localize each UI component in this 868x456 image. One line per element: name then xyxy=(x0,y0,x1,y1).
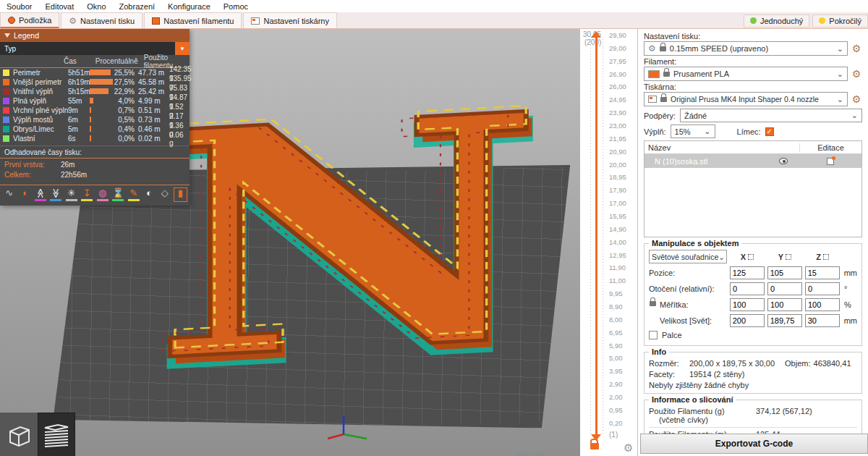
layer-slider-track[interactable] xyxy=(595,38,597,434)
infill-combo[interactable]: 15% xyxy=(671,124,715,138)
infill-label: Výplň: xyxy=(644,127,666,136)
sliced-model-letter-n[interactable]: N N N N N xyxy=(123,64,571,426)
tool-changes-icon[interactable]: ↧ xyxy=(81,188,94,201)
layer-tick-label: 18,95 xyxy=(609,174,626,181)
color-changes-icon[interactable]: ◍ xyxy=(96,188,109,201)
shells-icon[interactable]: ◇ xyxy=(158,188,171,201)
mode-label: Pokročilý xyxy=(829,17,861,25)
scale-z-input[interactable] xyxy=(805,298,840,311)
rotation-x-input[interactable] xyxy=(730,282,765,295)
coordinate-system-combo[interactable]: Světové souřadnice xyxy=(649,250,727,263)
layer-tick-label: 12,95 xyxy=(609,252,626,259)
tab-printer-settings[interactable]: Nastavení tiskárny xyxy=(243,12,336,28)
legend-row[interactable]: Vnitřní výplň5h15m22,9%25.42 m75.83 g xyxy=(0,87,190,96)
used-filament-g-value: 374,12 (567,12) xyxy=(756,407,812,424)
layer-tick-label: 5,90 xyxy=(609,342,626,350)
mode-advanced-button[interactable]: Pokročilý xyxy=(812,14,868,28)
position-z-input[interactable] xyxy=(805,266,840,279)
tab-filament-settings[interactable]: Nastavení filamentu xyxy=(144,12,242,28)
size-z-input[interactable] xyxy=(805,314,840,327)
menu-soubor[interactable]: Soubor xyxy=(0,2,38,11)
lock-icon xyxy=(663,72,670,77)
supports-combo[interactable]: Žádné xyxy=(680,109,862,122)
brim-checkbox[interactable] xyxy=(765,127,774,136)
axis-y-header: Y xyxy=(767,253,802,261)
volume-label: Objem: xyxy=(785,359,810,368)
legend-row[interactable]: Vnější perimetr6h19m27,5%45.58 m135.95 g xyxy=(0,77,190,87)
feature-color-swatch xyxy=(3,117,9,123)
center-of-gravity-icon[interactable]: ◐ xyxy=(143,188,156,201)
rotation-y-input[interactable] xyxy=(767,282,802,295)
tab-label: Nastavení tisku xyxy=(80,17,135,25)
feature-length: 45.58 m xyxy=(138,78,169,86)
unit-label: % xyxy=(844,300,851,309)
menu-konfigurace[interactable]: Konfigurace xyxy=(161,2,217,11)
menu-okno[interactable]: Okno xyxy=(80,2,112,11)
legend-row[interactable]: Výplň mostů6m0,5%0.73 m2.17 g xyxy=(0,115,190,124)
legend-row[interactable]: Obrys/Límec5m0,4%0.46 m1.36 g xyxy=(0,124,190,134)
divider xyxy=(649,427,857,428)
filament-combo[interactable]: Prusament PLA xyxy=(644,67,848,81)
feature-length: 4.99 m xyxy=(138,97,169,105)
total-time-label: Celkem: xyxy=(4,171,61,181)
menu-pomoc[interactable]: Pomoc xyxy=(217,2,255,11)
tab-bar: Podložka Nastavení tisku Nastavení filam… xyxy=(0,12,868,29)
deretractions-icon[interactable]: ≫ xyxy=(50,188,63,201)
wipe-icon[interactable]: ◗ xyxy=(19,188,32,201)
tab-plater[interactable]: Podložka xyxy=(0,12,59,28)
position-x-input[interactable] xyxy=(730,266,765,279)
tick-dots xyxy=(590,39,591,434)
menu-editovat[interactable]: Editovat xyxy=(38,2,80,11)
layer-slider-top-handle[interactable] xyxy=(591,31,601,38)
size-x-input[interactable] xyxy=(730,314,765,327)
preview-view-button[interactable] xyxy=(38,413,75,456)
feature-length: 0.73 m xyxy=(138,116,169,124)
seams-icon[interactable]: ✳ xyxy=(65,188,78,201)
edit-icon[interactable] xyxy=(827,158,834,165)
scale-y-input[interactable] xyxy=(767,298,802,311)
slider-settings-gear-icon[interactable] xyxy=(624,442,633,455)
print-settings-gear-button[interactable] xyxy=(851,43,862,54)
retractions-icon[interactable]: ≫ xyxy=(34,188,47,201)
print-settings-combo[interactable]: 0.15mm SPEED (upraveno) xyxy=(644,41,848,56)
menu-zobrazeni[interactable]: Zobrazení xyxy=(113,2,162,11)
custom-gcode-icon[interactable]: ✎ xyxy=(127,188,140,201)
layer-tick-label: 26,90 xyxy=(609,71,626,78)
inches-checkbox[interactable] xyxy=(649,331,658,339)
position-y-input[interactable] xyxy=(767,266,802,279)
legend-row[interactable]: Vrchní plné výplně9m0,7%0.51 m1.52 g xyxy=(0,106,190,115)
legend-row[interactable]: Perimetr5h51m25,5%47.73 m142.35 g xyxy=(0,68,190,77)
export-gcode-button[interactable]: Exportovat G-code xyxy=(640,434,868,454)
3d-viewport[interactable]: N N N N N Legend Typ xyxy=(0,29,580,456)
layer-tick-label: 27,95 xyxy=(609,58,626,65)
filament-gear-button[interactable] xyxy=(851,68,862,80)
eye-icon[interactable] xyxy=(779,158,788,164)
mode-simple-button[interactable]: Jednoduchý xyxy=(744,14,809,28)
legend-toggle-icon[interactable]: ▮ xyxy=(174,188,187,201)
unlock-icon[interactable] xyxy=(590,443,599,449)
legend-row[interactable]: Vlastní6s0,0%0.02 m0.06 g xyxy=(0,134,190,143)
layer-tick-label: 21,95 xyxy=(609,135,626,143)
feature-color-swatch xyxy=(3,107,9,114)
menu-bar: Soubor Editovat Okno Zobrazení Konfigura… xyxy=(0,0,868,12)
layer-tick-label: 14,90 xyxy=(609,226,626,233)
travels-icon[interactable]: ∿ xyxy=(3,188,16,201)
rotation-z-input[interactable] xyxy=(805,282,840,295)
printer-label: Tiskárna: xyxy=(644,83,862,91)
3d-editor-view-button[interactable] xyxy=(0,413,38,456)
scale-x-input[interactable] xyxy=(730,298,765,311)
printer-gear-button[interactable] xyxy=(851,93,862,105)
printer-combo[interactable]: Original Prusa MK4 Input Shaper 0.4 nozz… xyxy=(644,92,848,106)
object-row[interactable]: N (10)soska.stl xyxy=(644,154,861,168)
uniform-scale-lock-icon[interactable] xyxy=(650,301,656,306)
pause-prints-icon[interactable]: ⌛ xyxy=(112,188,125,201)
layer-tick-label: 8,90 xyxy=(609,303,626,311)
errors-status: Nebyly zjištěny žádné chyby xyxy=(649,381,749,389)
legend-header[interactable]: Legend xyxy=(0,29,190,42)
feature-weight: 0.06 g xyxy=(169,131,187,147)
tab-print-settings[interactable]: Nastavení tisku xyxy=(61,12,142,28)
feature-time: 5m xyxy=(68,125,90,133)
layer-tick-label: 2,90 xyxy=(609,381,626,388)
legend-row[interactable]: Plná výplň55m4,0%4.99 m14.87 g xyxy=(0,96,190,106)
size-y-input[interactable] xyxy=(767,314,802,327)
